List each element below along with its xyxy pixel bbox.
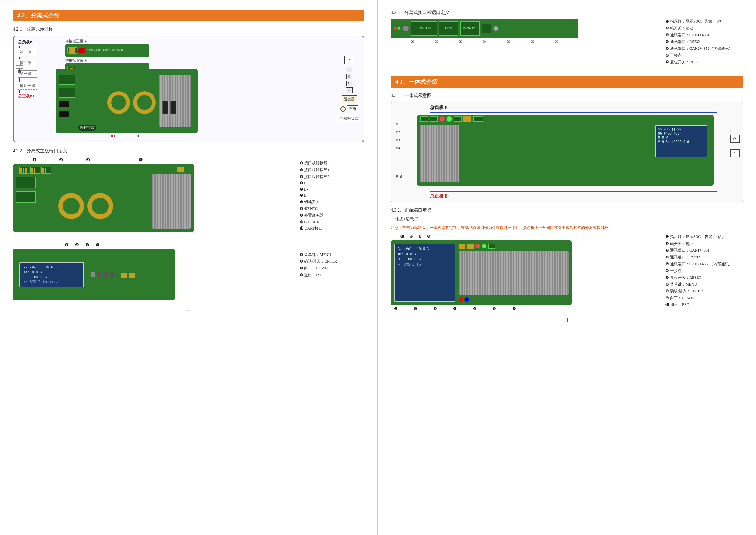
back-board-label: 转接板背面 ► bbox=[65, 58, 149, 63]
battery-group-label: 电池组 bbox=[16, 65, 23, 69]
fp-lcd-3: SOC 100.0 % bbox=[397, 257, 452, 261]
tc-2 bbox=[430, 116, 438, 122]
integ-lcd-4: V 9'6p :§JOA×Jed bbox=[658, 140, 705, 144]
section-43-header: 4.3、一体式介绍 bbox=[391, 76, 743, 88]
fbc-1: ❶ bbox=[394, 306, 397, 311]
sm-conn-2 bbox=[129, 273, 135, 278]
front-panel-annotations: ❶ 指示灯：显示SOC、告警、运行 ❷ 码开关：选址 ❸ 通讯端口：CAN1+4… bbox=[665, 234, 743, 311]
ann-item-7: ❼ 钥匙开关 bbox=[300, 199, 364, 205]
mainboard-diagram-area: ❶ ❷ ❸ ❹ bbox=[13, 157, 294, 233]
btn-1 bbox=[91, 272, 95, 277]
reset-button-pcb bbox=[493, 26, 499, 31]
annotation-list-422: ❶ 接口板转接线3 ❷ 接口板转接线1 ❸ 接口板转接线2 ❹ P- ❺ B- … bbox=[300, 160, 364, 231]
fp-lcd-4: << BMS Info bbox=[397, 262, 452, 267]
subsection-423-title: 4.2.3、分离式接口板端口定义 bbox=[391, 10, 743, 15]
port-annotations-422: ❶ 接口板转接线3 ❷ 接口板转接线1 ❸ 接口板转接线2 ❹ P- ❺ B- … bbox=[300, 157, 364, 233]
fa-8: ❽ 菜单键：MENU bbox=[665, 282, 743, 287]
sm-conn-1 bbox=[121, 273, 127, 278]
conn-1 bbox=[19, 167, 29, 174]
fa-1: ❶ 指示灯：显示SOC、告警、运行 bbox=[665, 234, 743, 240]
ann-item-5: ❺ B- bbox=[300, 187, 364, 192]
pos-total-label: 总正极B+ bbox=[18, 94, 37, 99]
fp-conn-3 bbox=[488, 243, 495, 249]
fp-led-r bbox=[475, 244, 480, 248]
battery-labels: 总负极B- 第一串 第二串 第三串 最后一串 总正极B+ bbox=[18, 40, 37, 99]
mainboard-diagram: ❶ ❷ ❸ ❹ bbox=[13, 157, 294, 232]
top-connectors bbox=[19, 167, 51, 174]
iface-ann-5: ❺ 通讯端口：CAN2+4852（内部通讯） bbox=[665, 46, 743, 51]
btn-2 bbox=[97, 272, 101, 277]
rotary-switch bbox=[402, 25, 409, 32]
front-board-label: 转接板正面 ► bbox=[65, 39, 149, 44]
fp-led-g bbox=[482, 244, 486, 248]
heatsink-422 bbox=[152, 174, 191, 229]
disp-ann-4: ❹ 退出：ESC bbox=[300, 272, 364, 278]
disp-ann-2: ❷ 确认/进入：ENTER bbox=[300, 259, 364, 264]
iface-ann-3: ❸ 通讯端口：CAN1+4851 bbox=[665, 32, 743, 38]
small-connectors bbox=[121, 273, 168, 278]
front-panel-right bbox=[455, 243, 569, 302]
integ-top-conn bbox=[420, 116, 483, 122]
integ-lcd-1: >> %US §§ >> bbox=[658, 127, 705, 131]
fa-2: ❷ 码开关：选址 bbox=[665, 241, 743, 246]
pcb-comp-2 bbox=[59, 88, 75, 98]
section-42-header: 4.2、分离式介绍 bbox=[13, 10, 364, 21]
cn-2: ② bbox=[435, 40, 438, 44]
fa-11: ⓫ 退出：ESC bbox=[665, 302, 743, 308]
ftc-9: ❾ bbox=[418, 234, 422, 239]
section-42-title: 4.2、分离式介绍 bbox=[17, 12, 60, 19]
ann-item-11: ⓫ UART接口 bbox=[300, 226, 364, 231]
lcd-line-4: << BMS Info <<... bbox=[23, 280, 80, 284]
fa-7: ❼ 复位开关：RESET bbox=[665, 275, 743, 280]
fbc-6: ❻ bbox=[493, 306, 496, 311]
series3-label: 第三串 bbox=[18, 70, 37, 78]
interface-pcb: CAN2+4852 RS232 CAN1+4851 bbox=[391, 19, 578, 38]
fbc-7: ❼ bbox=[512, 306, 516, 311]
subsection-421-title: 4.2.1、分离式示意图 bbox=[13, 27, 364, 32]
cn-3: ③ bbox=[459, 40, 462, 44]
integrated-pcb: >> %US §§ >> 96 6'08 §O5 0'0 W V 9'6p :§… bbox=[417, 115, 714, 186]
disp-ann-1: ❶ 菜单键：MENU bbox=[300, 252, 364, 258]
fp-heatsink bbox=[459, 251, 569, 295]
display-section: ❶ ❷ ❸ ❹ PackVolt: 49.6 V Im: 0.0 A SOC 1… bbox=[13, 242, 364, 300]
integ-lcd-3: 0'0 W bbox=[658, 136, 705, 139]
top-callouts: ❶ ❷ ❸ ❹ bbox=[32, 157, 294, 163]
iface-ann-2: ❷ 码开关：选址 bbox=[665, 26, 743, 31]
series-last-label: 最后一串 bbox=[18, 82, 37, 90]
cn-1: ① bbox=[411, 40, 414, 44]
cell-b16: B16 bbox=[395, 174, 402, 179]
p-minus-right: P- bbox=[730, 134, 740, 143]
section-43-title: 4.3、一体式介绍 bbox=[395, 79, 438, 85]
integ-neg-label: 总负极 B- bbox=[430, 105, 449, 111]
fbc-3: ❸ bbox=[433, 306, 437, 311]
fa-3: ❸ 通讯端口：CAN1+4851 bbox=[665, 248, 743, 253]
cn-6: ⑥ bbox=[531, 40, 534, 44]
lcd-line-1: PackVolt: 49.6 V bbox=[23, 265, 80, 269]
led-red bbox=[394, 27, 396, 30]
grid-row: ⚡ 市电 bbox=[340, 105, 359, 112]
ann-item-9: ❾ 外置蜂鸣器 bbox=[300, 213, 364, 218]
cn-5: ⑤ bbox=[507, 40, 510, 44]
tc-3 bbox=[454, 116, 462, 122]
main-pcb-board: 采样排线 bbox=[56, 69, 198, 133]
integ-lcd: >> %US §§ >> 96 6'08 §O5 0'0 W V 9'6p :§… bbox=[656, 125, 707, 157]
lcd-display: PackVolt: 49.6 V Im: 0.0 A SOC 100.0 % <… bbox=[19, 262, 84, 287]
fa-9: ❾ 确认/进入：ENTER bbox=[665, 289, 743, 294]
front-top-callouts: ⓫ ❿ ❾ ❽ bbox=[400, 234, 659, 239]
fa-5: ❺ 通讯端口：CAN2+4852（内部通讯） bbox=[665, 261, 743, 267]
led-integ-1 bbox=[440, 116, 445, 122]
btn-3 bbox=[103, 272, 108, 277]
front-ann-list: ❶ 指示灯：显示SOC、告警、运行 ❷ 码开关：选址 ❸ 通讯端口：CAN1+4… bbox=[665, 234, 743, 308]
pos-bus-line bbox=[430, 191, 717, 192]
fp-conn-2 bbox=[467, 243, 473, 249]
display-top-callouts: ❶ ❷ ❸ ❹ bbox=[65, 242, 293, 247]
iface-ann-1: ❶ 指示灯：显示SOC、告警、运行 bbox=[665, 19, 743, 24]
fp-lcd-2: Im: 0.0 A bbox=[397, 252, 452, 256]
led-green bbox=[397, 27, 400, 30]
integ-heatsink bbox=[420, 125, 459, 183]
right-page: 4.2.3、分离式接口板端口定义 CAN2+4852 RS232 bbox=[378, 0, 756, 535]
capacitor-2 bbox=[170, 101, 176, 114]
cell-b1: B1 bbox=[395, 122, 400, 127]
display-annotations: ❶ 菜单键：MENU ❷ 确认/进入：ENTER ❸ 向下：DOWN ❹ 退出：… bbox=[300, 242, 364, 300]
led-group bbox=[394, 27, 400, 30]
